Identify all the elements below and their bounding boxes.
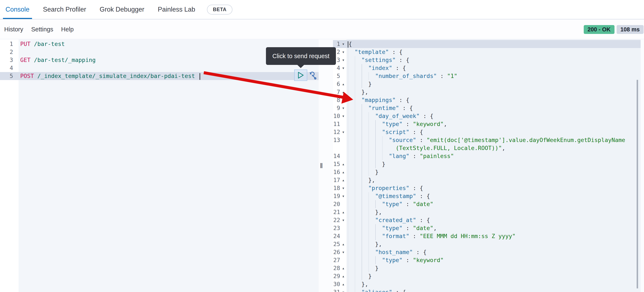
response-line: 26▾ "host_name" : { (333, 248, 641, 256)
console-toolbar: HistorySettingsHelp 200 - OK 108 ms (0, 20, 644, 39)
fold-down-icon[interactable]: ▾ (340, 56, 346, 64)
response-line: 8▾ "mappings" : { (333, 96, 641, 104)
line-number: 11 (333, 120, 346, 128)
response-line: 10▾ "day_of_week" : { (333, 112, 641, 120)
status-code-badge: 200 - OK (584, 25, 614, 34)
menu-item-history[interactable]: History (4, 20, 23, 39)
editor-cursor (200, 73, 200, 80)
response-code: }, (346, 88, 641, 96)
response-line: 5 "number_of_shards" : "1" (333, 72, 641, 80)
send-request-tooltip: Click to send request (266, 47, 336, 65)
pane-splitter[interactable]: ‖ (319, 40, 333, 292)
request-line[interactable]: 4 (0, 64, 319, 72)
response-line: 23 "type" : "date", (333, 224, 641, 232)
line-number: 21▴ (333, 208, 346, 216)
tab-painless-lab[interactable]: Painless Lab (155, 0, 198, 19)
tab-grok-debugger[interactable]: Grok Debugger (97, 0, 147, 19)
fold-up-icon[interactable]: ▴ (340, 240, 346, 248)
line-number: 28▴ (333, 264, 346, 272)
line-number: 6▴ (333, 80, 346, 88)
request-code: POST /_index_template/_simulate_index/ba… (18, 72, 319, 80)
beta-badge: BETA (207, 5, 232, 14)
request-editor[interactable]: 1PUT /bar-test23GET /bar-test/_mapping45… (0, 40, 319, 292)
line-number: 7▴ (333, 88, 346, 96)
fold-up-icon[interactable]: ▴ (340, 280, 346, 288)
response-code: "lang" : "painless" (346, 152, 641, 160)
fold-down-icon[interactable]: ▾ (340, 216, 346, 224)
response-line: 1▾{ (333, 40, 641, 48)
response-line: 21▴ }, (333, 208, 641, 216)
response-code: "host_name" : { (346, 248, 641, 256)
fold-down-icon[interactable]: ▾ (340, 184, 346, 192)
line-number: 25▴ (333, 240, 346, 248)
response-code: { (346, 40, 641, 48)
line-number: 9▾ (333, 104, 346, 112)
response-line: 28▴ } (333, 264, 641, 272)
line-number: 26▾ (333, 248, 346, 256)
request-line[interactable]: 1PUT /bar-test (0, 40, 319, 48)
response-code: "aliases" : { (346, 288, 641, 292)
response-code: "script" : { (346, 128, 641, 136)
fold-down-icon[interactable]: ▾ (340, 96, 346, 104)
fold-up-icon[interactable]: ▴ (340, 160, 346, 168)
response-line: 11 "type" : "keyword", (333, 120, 641, 128)
line-number: 13 (333, 136, 346, 144)
fold-down-icon[interactable]: ▾ (340, 128, 346, 136)
response-code: "template" : { (346, 48, 641, 56)
fold-up-icon[interactable]: ▴ (340, 208, 346, 216)
fold-up-icon[interactable]: ▴ (340, 176, 346, 184)
request-line[interactable]: 5POST /_index_template/_simulate_index/b… (0, 72, 319, 80)
response-line: 6▴ } (333, 80, 641, 88)
fold-down-icon[interactable]: ▾ (340, 104, 346, 112)
line-number: 2 (0, 48, 18, 56)
response-line: 14 "lang" : "painless" (333, 152, 641, 160)
line-number: 24 (333, 232, 346, 240)
response-line: 16▴ } (333, 168, 641, 176)
fold-down-icon[interactable]: ▾ (340, 112, 346, 120)
request-code (18, 64, 319, 72)
response-code: "runtime" : { (346, 104, 641, 112)
response-line: 27 "type" : "keyword" (333, 256, 641, 264)
tab-console[interactable]: Console (3, 0, 32, 19)
fold-up-icon[interactable]: ▴ (340, 168, 346, 176)
response-viewer[interactable]: 1▾{2▾ "template" : {3▾ "settings" : {4▾ … (333, 40, 641, 292)
fold-down-icon[interactable]: ▾ (340, 248, 346, 256)
tabs: ConsoleSearch ProfilerGrok DebuggerPainl… (3, 0, 206, 19)
line-number: 4▾ (333, 64, 346, 72)
response-line: 22▾ "created_at" : { (333, 216, 641, 224)
line-number: 22▾ (333, 216, 346, 224)
wrench-icon (308, 70, 318, 80)
response-line: 29▴ } (333, 272, 641, 280)
request-options-button[interactable] (308, 70, 318, 80)
fold-down-icon[interactable]: ▾ (340, 64, 346, 72)
response-line: 19▾ "@timestamp" : { (333, 192, 641, 200)
fold-down-icon[interactable]: ▾ (340, 48, 346, 56)
line-number: 16▴ (333, 168, 346, 176)
fold-up-icon[interactable]: ▴ (340, 88, 346, 96)
fold-down-icon[interactable]: ▾ (340, 40, 346, 48)
response-time-badge: 108 ms (616, 25, 644, 34)
response-code: (TextStyle.FULL, Locale.ROOT))", (346, 144, 641, 152)
menu-item-settings[interactable]: Settings (31, 20, 53, 39)
menu-item-help[interactable]: Help (61, 20, 74, 39)
response-cursor (348, 41, 348, 48)
send-request-button[interactable] (294, 70, 307, 81)
fold-down-icon[interactable]: ▾ (340, 288, 346, 292)
response-scrollbar-thumb[interactable] (636, 80, 638, 288)
fold-up-icon[interactable]: ▴ (340, 272, 346, 280)
response-code: "index" : { (346, 64, 641, 72)
fold-down-icon[interactable]: ▾ (340, 192, 346, 200)
fold-up-icon[interactable]: ▴ (340, 80, 346, 88)
line-number: 27 (333, 256, 346, 264)
splitter-grip-icon: ‖ (320, 162, 323, 170)
fold-up-icon[interactable]: ▴ (340, 264, 346, 272)
response-line: 12▾ "script" : { (333, 128, 641, 136)
response-code: "settings" : { (346, 56, 641, 64)
response-code: }, (346, 280, 641, 288)
response-line: 30▴ }, (333, 280, 641, 288)
tab-search-profiler[interactable]: Search Profiler (40, 0, 89, 19)
response-code: "created_at" : { (346, 216, 641, 224)
response-line: 24 "format" : "EEE MMM dd HH:mm:ss Z yyy… (333, 232, 641, 240)
response-line: 15▴ } (333, 160, 641, 168)
top-tab-bar: ConsoleSearch ProfilerGrok DebuggerPainl… (0, 0, 644, 20)
